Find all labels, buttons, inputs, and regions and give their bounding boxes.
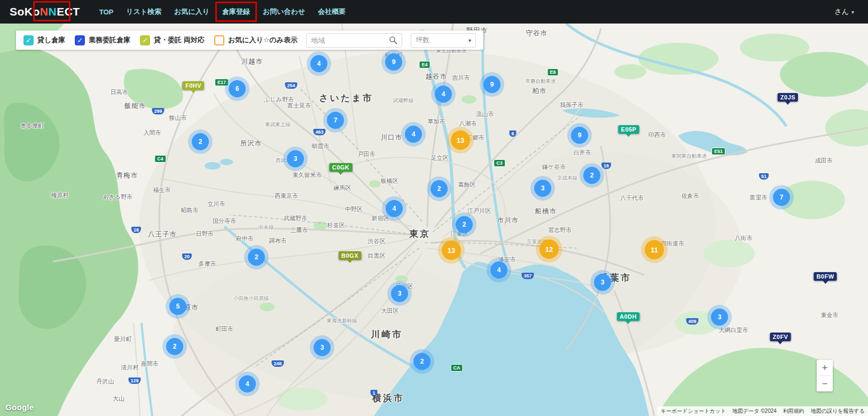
logo[interactable]: SoKoNNECT bbox=[10, 5, 80, 18]
map-label: 小田急小田原線 bbox=[233, 295, 269, 302]
filter-checkbox-label: 貸し倉庫 bbox=[37, 35, 65, 45]
filter-checkbox-favorites-only[interactable]: お気に入り☆のみ表示 bbox=[214, 35, 298, 45]
map-label: 草加市 bbox=[428, 118, 445, 126]
cluster-marker[interactable]: 2 bbox=[456, 216, 473, 233]
cluster-marker[interactable]: 2 bbox=[192, 133, 209, 150]
filter-checkbox-rental[interactable]: ✓貸し倉庫 bbox=[24, 35, 65, 45]
zoom-out-button[interactable]: − bbox=[817, 376, 833, 391]
map-label: 成田市 bbox=[815, 157, 833, 165]
cluster-marker[interactable]: 7 bbox=[327, 112, 344, 129]
cluster-marker[interactable]: 9 bbox=[483, 76, 501, 93]
map-label: 三鷹市 bbox=[291, 226, 308, 234]
attribution-link[interactable]: 地図データ ©2024 bbox=[729, 406, 780, 416]
attribution-link[interactable]: 地図の誤りを報告する bbox=[808, 406, 868, 416]
map-label: 愛川町 bbox=[114, 335, 132, 343]
road-shield: 254 bbox=[285, 82, 297, 89]
cluster-marker[interactable]: 3 bbox=[287, 150, 304, 167]
checkbox-checked-icon[interactable]: ✓ bbox=[140, 35, 150, 45]
top-nav: SoKoNNECT TOPリスト検索お気に入り倉庫登録お問い合わせ会社概要 さん… bbox=[0, 0, 868, 24]
map-label: 足立区 bbox=[431, 154, 449, 162]
warehouse-pin[interactable]: Z0FV bbox=[770, 333, 791, 341]
filter-checkbox-label: 貸・委託 両対応 bbox=[154, 35, 205, 45]
warehouse-pin[interactable]: E05P bbox=[619, 125, 639, 134]
cluster-marker[interactable]: 4 bbox=[239, 375, 256, 392]
map-label: 日高市 bbox=[111, 88, 128, 96]
map-label: 新宿区 bbox=[372, 214, 389, 222]
cluster-marker[interactable]: 4 bbox=[435, 86, 452, 103]
checkbox-unchecked-icon[interactable] bbox=[214, 35, 224, 45]
road-shield: E51 bbox=[711, 148, 725, 155]
region-search-box[interactable] bbox=[306, 33, 402, 48]
warehouse-pin[interactable]: F0HV bbox=[183, 81, 204, 90]
region-search-input[interactable] bbox=[311, 36, 386, 44]
map-label: 八千代市 bbox=[620, 194, 644, 202]
nav-item-list-search[interactable]: リスト検索 bbox=[121, 3, 167, 20]
map-label: 府中市 bbox=[236, 235, 254, 243]
map-label: 東金市 bbox=[821, 311, 839, 319]
cluster-marker[interactable]: 2 bbox=[166, 338, 183, 355]
warehouse-pin[interactable]: A0DH bbox=[617, 312, 639, 321]
map-label: 白井市 bbox=[574, 149, 591, 157]
filter-checkbox-outsourced[interactable]: ✓業務委託倉庫 bbox=[75, 35, 130, 45]
warehouse-pin[interactable]: B0GX bbox=[339, 251, 361, 260]
nav-item-company[interactable]: 会社概要 bbox=[312, 3, 351, 20]
cluster-marker[interactable]: 9 bbox=[385, 53, 402, 71]
cluster-marker[interactable]: 13 bbox=[442, 241, 461, 260]
checkbox-checked-icon[interactable]: ✓ bbox=[75, 35, 85, 45]
cluster-marker[interactable]: 6 bbox=[229, 80, 246, 97]
nav-item-top[interactable]: TOP bbox=[94, 4, 119, 20]
cluster-marker[interactable]: 11 bbox=[645, 240, 664, 259]
map-label: 八王子市 bbox=[148, 230, 177, 239]
map-label: 習志野市 bbox=[548, 226, 572, 234]
nav-item-warehouse-register[interactable]: 倉庫登録 bbox=[217, 3, 255, 20]
cluster-marker[interactable]: 3 bbox=[391, 285, 408, 302]
attribution-link[interactable]: 利用規約 bbox=[780, 406, 808, 416]
cluster-marker[interactable]: 2 bbox=[431, 180, 448, 197]
logo-text-part1: SoKo bbox=[10, 5, 40, 18]
map-label: 佐倉市 bbox=[682, 192, 699, 200]
map-label: 昭島市 bbox=[181, 206, 199, 214]
cluster-marker[interactable]: 4 bbox=[310, 55, 327, 72]
cluster-marker[interactable]: 2 bbox=[413, 353, 431, 370]
cluster-marker[interactable]: 9 bbox=[571, 127, 588, 144]
attribution-link[interactable]: キーボードショートカット bbox=[658, 406, 729, 416]
map-label: あきる野市 bbox=[103, 193, 132, 201]
cluster-marker[interactable]: 7 bbox=[773, 189, 790, 206]
tsubo-select[interactable]: 坪数 ▾ bbox=[411, 33, 476, 48]
cluster-marker[interactable]: 4 bbox=[405, 126, 422, 143]
cluster-marker[interactable]: 13 bbox=[451, 130, 470, 150]
search-icon[interactable] bbox=[389, 36, 397, 44]
filter-checkbox-both[interactable]: ✓貸・委託 両対応 bbox=[140, 35, 205, 45]
cluster-marker[interactable]: 4 bbox=[386, 200, 403, 217]
cluster-marker[interactable]: 5 bbox=[169, 298, 186, 315]
zoom-in-button[interactable]: + bbox=[817, 360, 833, 375]
cluster-marker[interactable]: 2 bbox=[248, 249, 265, 266]
cluster-marker[interactable]: 3 bbox=[711, 309, 728, 326]
cluster-marker[interactable]: 2 bbox=[583, 167, 600, 184]
map-label: 川越市 bbox=[241, 57, 263, 66]
chevron-down-icon: ▾ bbox=[851, 9, 854, 15]
filter-checkbox-label: お気に入り☆のみ表示 bbox=[228, 35, 298, 45]
user-menu[interactable]: さん ▾ bbox=[834, 7, 854, 17]
logo-text-n1: N bbox=[40, 5, 49, 18]
cluster-marker[interactable]: 12 bbox=[539, 240, 559, 259]
map-label: 練馬区 bbox=[334, 184, 351, 192]
map-label: 朝霞市 bbox=[312, 142, 330, 150]
map-label: 入間市 bbox=[144, 129, 161, 137]
warehouse-pin[interactable]: B0FW bbox=[814, 272, 836, 281]
cluster-marker[interactable]: 3 bbox=[594, 274, 611, 291]
map-label: 川崎市 bbox=[371, 328, 403, 341]
cluster-marker[interactable]: 3 bbox=[534, 180, 551, 197]
map-label: 印西市 bbox=[648, 131, 666, 139]
map-label: 大田区 bbox=[381, 307, 399, 315]
checkbox-checked-icon[interactable]: ✓ bbox=[24, 35, 34, 45]
cluster-marker[interactable]: 4 bbox=[490, 261, 507, 279]
cluster-marker[interactable]: 3 bbox=[314, 339, 331, 356]
nav-item-favorites[interactable]: お気に入り bbox=[169, 3, 215, 20]
warehouse-pin[interactable]: C0GK bbox=[330, 163, 353, 172]
nav-item-contact[interactable]: お問い合わせ bbox=[257, 3, 310, 20]
map-label: 東関東自動車道 bbox=[671, 153, 707, 160]
map-label: 八潮市 bbox=[459, 120, 477, 128]
warehouse-pin[interactable]: Z0JS bbox=[778, 93, 798, 102]
map-canvas[interactable]: さいたま市東京千葉市川崎市横浜市川越市越谷市柏市八王子市相模原市川口市船橋市市川… bbox=[0, 24, 868, 416]
